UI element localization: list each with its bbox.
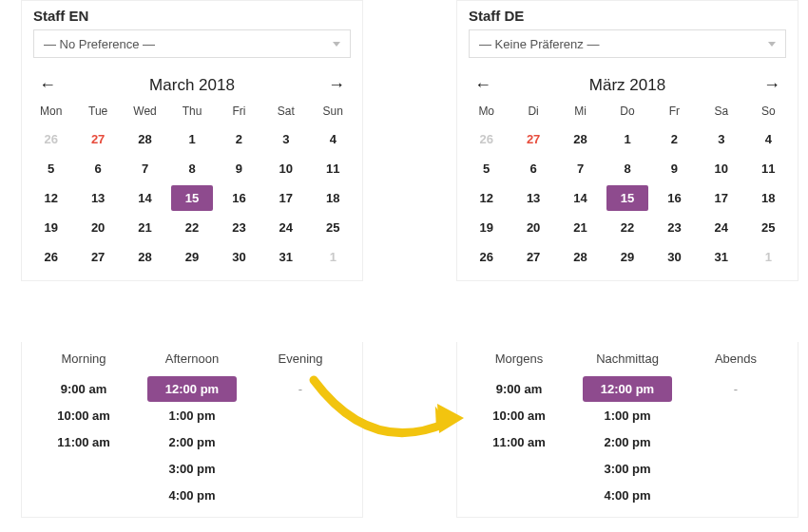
calendar-day[interactable]: 30 [219,244,260,270]
calendar-day[interactable]: 1 [606,126,647,152]
calendar-day[interactable]: 16 [219,185,260,211]
prev-month-en[interactable]: ← [39,75,56,95]
calendar-day[interactable]: 31 [701,244,741,270]
time-slot[interactable]: 10:00 am [474,403,564,428]
calendar-day[interactable]: 27 [77,244,118,270]
time-slot[interactable]: 9:00 am [39,376,128,402]
calendar-day[interactable]: 1 [171,126,212,152]
calendar-day[interactable]: 23 [219,215,260,240]
calendar-day[interactable]: 17 [265,185,306,211]
calendar-day[interactable]: 11 [313,156,354,181]
calendar-day[interactable]: 4 [748,126,789,152]
calendar-day[interactable]: 21 [125,215,165,240]
calendar-day[interactable]: 26 [30,126,71,152]
calendar-day[interactable]: 1 [313,244,354,270]
dow-label: So [745,101,792,124]
calendar-day[interactable]: 3 [701,126,741,152]
calendar-day[interactable]: 10 [701,156,741,181]
calendar-day[interactable]: 28 [560,126,601,152]
staff-select-de[interactable]: — Keine Präferenz — [469,29,786,58]
calendar-day[interactable]: 13 [512,185,553,211]
calendar-day[interactable]: 16 [654,185,695,211]
calendar-day[interactable]: 10 [265,156,306,181]
calendar-day[interactable]: 3 [265,126,306,152]
time-slot[interactable]: 1:00 pm [147,403,237,428]
time-slot[interactable]: 12:00 pm [583,376,672,402]
time-slot[interactable]: 9:00 am [474,376,564,402]
time-slot[interactable]: 4:00 pm [583,483,672,508]
calendar-day[interactable]: 31 [265,244,306,270]
calendar-day[interactable]: 27 [512,126,553,152]
calendar-day[interactable]: 12 [466,185,507,211]
calendar-day[interactable]: 21 [560,215,601,240]
calendar-day[interactable]: 2 [654,126,695,152]
time-slot[interactable]: 3:00 pm [147,456,237,482]
calendar-day[interactable]: 11 [748,156,789,181]
calendar-day[interactable]: 24 [265,215,306,240]
dow-label: Mon [28,101,74,124]
next-month-en[interactable]: → [328,75,345,95]
calendar-day[interactable]: 29 [606,244,647,270]
calendar-day[interactable]: 22 [606,215,647,240]
calendar-day[interactable]: 18 [313,185,354,211]
calendar-day[interactable]: 29 [171,244,212,270]
calendar-day[interactable]: 6 [512,156,553,181]
calendar-day[interactable]: 7 [125,156,165,181]
calendar-day[interactable]: 22 [171,215,212,240]
calendar-day[interactable]: 25 [748,215,789,240]
time-slot[interactable]: 3:00 pm [583,456,672,482]
dow-label: Sa [698,101,744,124]
calendar-day[interactable]: 9 [219,156,260,181]
dow-label: Sat [262,101,309,124]
calendar-day[interactable]: 26 [466,244,507,270]
calendar-day[interactable]: 15 [606,185,647,211]
calendar-day[interactable]: 5 [466,156,507,181]
calendar-day[interactable]: 9 [654,156,695,181]
calendar-day[interactable]: 26 [466,126,507,152]
calendar-day[interactable]: 4 [313,126,354,152]
prev-month-de[interactable]: ← [474,75,491,95]
calendar-day[interactable]: 26 [30,244,71,270]
dow-label: Fr [651,101,698,124]
calendar-day[interactable]: 20 [512,215,553,240]
time-slot[interactable]: 4:00 pm [147,483,237,508]
calendar-day[interactable]: 17 [701,185,741,211]
calendar-day[interactable]: 8 [606,156,647,181]
calendar-day[interactable]: 7 [560,156,601,181]
calendar-day[interactable]: 5 [30,156,71,181]
calendar-day[interactable]: 14 [560,185,601,211]
calendar-day[interactable]: 30 [654,244,695,270]
calendar-day[interactable]: 27 [512,244,553,270]
calendar-day[interactable]: 19 [30,215,71,240]
time-slot[interactable]: 2:00 pm [147,429,237,455]
dow-label: Sun [310,101,356,124]
calendar-day[interactable]: 19 [466,215,507,240]
calendar-day[interactable]: 2 [219,126,260,152]
calendar-day[interactable]: 8 [171,156,212,181]
calendar-day[interactable]: 18 [748,185,789,211]
time-slot[interactable]: 11:00 am [474,429,564,455]
calendar-day[interactable]: 28 [125,126,165,152]
calendar-day[interactable]: 14 [125,185,165,211]
calendar-day[interactable]: 28 [125,244,165,270]
calendar-day[interactable]: 1 [748,244,789,270]
calendar-day[interactable]: 28 [560,244,601,270]
next-month-de[interactable]: → [763,75,780,95]
staff-select-en[interactable]: — No Preference — [33,29,351,58]
calendar-day[interactable]: 27 [77,126,118,152]
calendar-day[interactable]: 20 [77,215,118,240]
calendar-day[interactable]: 15 [171,185,212,211]
calendar-day[interactable]: 25 [313,215,354,240]
calendar-day[interactable]: 6 [77,156,118,181]
time-slot[interactable]: 12:00 pm [147,376,237,402]
time-slot[interactable]: 2:00 pm [583,429,672,455]
month-title-en: March 2018 [149,76,235,95]
calendar-day[interactable]: 23 [654,215,695,240]
month-bar-en: ← March 2018 → [22,66,362,101]
time-slot[interactable]: 10:00 am [39,403,128,428]
time-slot[interactable]: 11:00 am [39,429,128,455]
calendar-day[interactable]: 12 [30,185,71,211]
calendar-day[interactable]: 24 [701,215,741,240]
time-slot[interactable]: 1:00 pm [583,403,672,428]
calendar-day[interactable]: 13 [77,185,118,211]
